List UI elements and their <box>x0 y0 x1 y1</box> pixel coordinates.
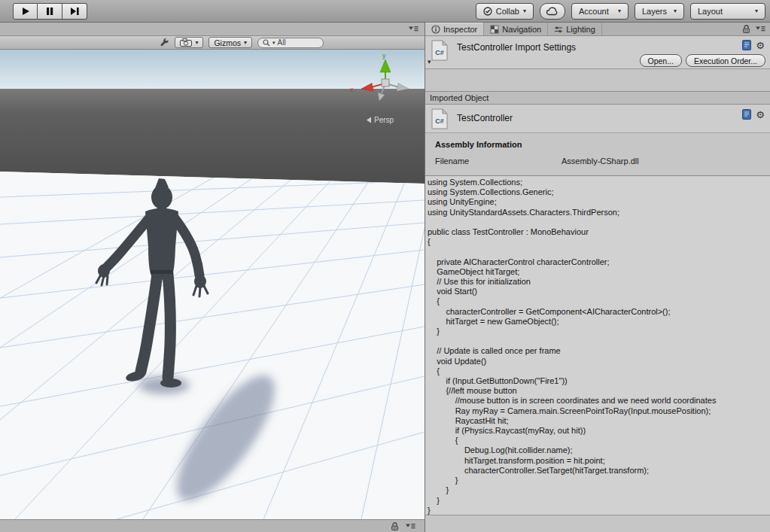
navigation-icon <box>490 25 499 34</box>
scene-pane-bottombar <box>0 519 425 532</box>
layers-label: Layers <box>642 7 667 16</box>
inspector-spacer <box>425 69 770 91</box>
gear-icon[interactable]: ⚙ <box>756 41 765 50</box>
scene-view-toolbar: ▾ Gizmos ▾ ▾ All <box>0 36 425 50</box>
svg-text:Persp: Persp <box>374 116 394 124</box>
lock-icon[interactable] <box>742 24 750 34</box>
pane-menu-icon[interactable] <box>408 25 418 33</box>
search-icon <box>263 39 270 47</box>
foldout-arrow-icon[interactable]: ▾ <box>428 58 431 65</box>
inspector-tabbar-controls <box>742 23 770 35</box>
svg-text:C#: C# <box>435 49 444 56</box>
help-doc-icon[interactable] <box>742 40 751 50</box>
chevron-down-icon: ▾ <box>674 8 677 14</box>
scene-pane: ▾ Gizmos ▾ ▾ All <box>0 23 425 532</box>
collab-button[interactable]: Collab ▾ <box>476 3 534 20</box>
scene-render: y x Persp <box>0 50 425 519</box>
scene-search-field[interactable]: ▾ All <box>257 38 324 48</box>
chevron-down-icon: ▾ <box>244 40 247 46</box>
assembly-info-header: Assembly Information <box>435 140 522 149</box>
svg-text:C#: C# <box>435 117 444 125</box>
cloud-button[interactable] <box>540 3 565 20</box>
chevron-down-icon: ▾ <box>618 8 621 14</box>
chevron-down-icon: ▾ <box>195 40 198 46</box>
layout-button[interactable]: Layout ▾ <box>690 3 765 20</box>
csharp-script-icon: C# <box>431 108 449 129</box>
filename-label: Filename <box>435 157 469 166</box>
inspector-panel: Inspector Navigation Lighting <box>425 23 770 532</box>
axis-y-label: y <box>382 52 386 59</box>
play-icon <box>20 5 32 17</box>
step-icon <box>68 5 81 17</box>
header-icon-group: ⚙ <box>742 40 765 50</box>
lighting-icon <box>554 25 563 34</box>
assembly-information-section: Assembly Information Filename Assembly-C… <box>425 133 770 175</box>
script-name: TestController <box>457 113 513 123</box>
tab-navigation[interactable]: Navigation <box>484 23 548 35</box>
pane-menu-icon[interactable] <box>405 522 415 530</box>
gizmos-label: Gizmos <box>214 38 241 47</box>
inspector-footer <box>425 515 770 532</box>
main-toolbar: Collab ▾ Account ▾ Layers ▾ Layout ▾ <box>0 0 770 23</box>
scene-camera-button[interactable]: ▾ <box>175 37 203 48</box>
toolbar-right-group: Collab ▾ Account ▾ Layers ▾ Layout ▾ <box>476 3 765 20</box>
pause-button[interactable] <box>38 3 62 20</box>
play-button[interactable] <box>13 3 38 20</box>
inspector-tabbar: Inspector Navigation Lighting <box>425 23 770 36</box>
script-source-preview: using System.Collections; using System.C… <box>425 175 770 515</box>
playback-controls <box>13 3 87 20</box>
layout-label: Layout <box>698 7 723 16</box>
camera-icon <box>180 38 192 47</box>
gizmos-dropdown[interactable]: Gizmos ▾ <box>208 37 252 48</box>
axis-x-label: x <box>350 86 354 93</box>
help-doc-icon[interactable] <box>742 109 751 120</box>
csharp-script-icon: C# <box>431 40 449 61</box>
tab-inspector-label: Inspector <box>443 25 477 34</box>
header-button-group: Open... Execution Order... <box>640 54 766 67</box>
pane-menu-icon[interactable] <box>755 25 765 33</box>
lock-icon[interactable] <box>391 521 399 531</box>
filename-value: Assembly-CSharp.dll <box>562 157 639 166</box>
account-label: Account <box>579 7 609 16</box>
unity-editor-window: Collab ▾ Account ▾ Layers ▾ Layout ▾ <box>0 0 770 532</box>
account-button[interactable]: Account ▾ <box>571 3 628 20</box>
scene-pane-tabbar <box>0 23 425 36</box>
inspector-icon <box>431 25 440 34</box>
tab-inspector[interactable]: Inspector <box>425 23 484 35</box>
chevron-down-icon: ▾ <box>755 8 758 14</box>
header-icon-group: ⚙ <box>742 109 765 120</box>
wrench-icon <box>160 38 169 47</box>
imported-object-label: Imported Object <box>430 93 488 102</box>
scene-search-value: All <box>278 38 286 47</box>
execution-order-button[interactable]: Execution Order... <box>686 54 765 67</box>
tab-lighting-label: Lighting <box>566 25 595 34</box>
scene-viewport[interactable]: y x Persp <box>0 50 425 519</box>
step-button[interactable] <box>62 3 87 20</box>
tools-icon[interactable] <box>160 38 169 47</box>
cloud-icon <box>546 7 559 16</box>
chevron-down-icon: ▾ <box>272 40 275 45</box>
import-settings-title: TestController Import Settings <box>457 42 576 53</box>
chevron-down-icon: ▾ <box>523 8 526 14</box>
imported-object-header: Imported Object <box>425 91 770 105</box>
collab-check-icon <box>483 7 492 16</box>
pause-icon <box>44 5 56 17</box>
gear-icon[interactable]: ⚙ <box>756 110 765 120</box>
collab-label: Collab <box>496 7 519 16</box>
script-header: C# TestController ⚙ <box>425 105 770 133</box>
open-button[interactable]: Open... <box>640 54 682 67</box>
tab-navigation-label: Navigation <box>502 25 541 34</box>
import-settings-header: C# ▾ TestController Import Settings ⚙ Op… <box>425 36 770 69</box>
tab-lighting[interactable]: Lighting <box>548 23 602 35</box>
scene-far-ground <box>0 89 425 184</box>
layers-button[interactable]: Layers ▾ <box>635 3 684 20</box>
